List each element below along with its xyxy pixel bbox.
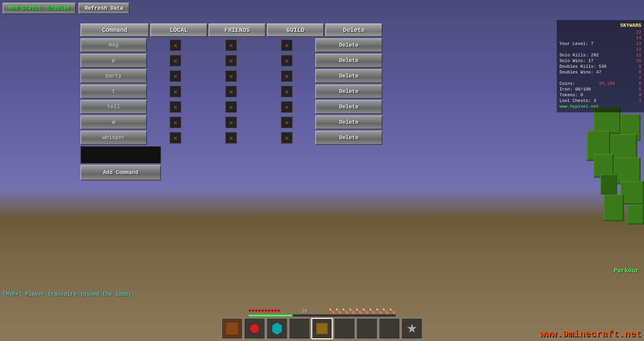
guild-header: GUILD <box>267 23 324 37</box>
t-friends-cell: ✕ <box>204 86 258 98</box>
t-local-cell: ✕ <box>148 86 203 98</box>
p-guild-checkbox[interactable]: ✕ <box>281 55 293 67</box>
cmd-party-label: party <box>80 69 147 83</box>
p-local-cell: ✕ <box>148 55 203 67</box>
terrain <box>0 187 644 341</box>
tell-local-cell: ✕ <box>148 101 203 113</box>
table-row: whisper ✕ ✕ ✕ Delete <box>80 131 382 145</box>
table-row: w ✕ ✕ ✕ Delete <box>80 115 382 129</box>
top-bar: Mod Status: Enabled Refresh Data <box>3 3 129 14</box>
msg-guild-cell: ✕ <box>260 39 314 51</box>
cmd-w-label: w <box>80 115 147 129</box>
tell-friends-checkbox[interactable]: ✕ <box>225 101 237 113</box>
cmd-tell-label: tell <box>80 100 147 114</box>
w-friends-checkbox[interactable]: ✕ <box>225 116 237 128</box>
p-delete-button[interactable]: Delete <box>315 54 382 68</box>
msg-local-checkbox[interactable]: ✕ <box>169 39 181 51</box>
table-row: t ✕ ✕ ✕ Delete <box>80 84 382 99</box>
party-delete-button[interactable]: Delete <box>315 69 382 83</box>
party-guild-checkbox[interactable]: ✕ <box>281 70 293 82</box>
command-panel: Command LOCAL FRIENDS GUILD Delete msg ✕… <box>80 23 382 180</box>
tell-local-checkbox[interactable]: ✕ <box>169 101 181 113</box>
mod-status-button[interactable]: Mod Status: Enabled <box>3 3 76 14</box>
w-guild-cell: ✕ <box>260 116 314 128</box>
p-friends-cell: ✕ <box>204 55 258 67</box>
table-row: party ✕ ✕ ✕ Delete <box>80 69 382 83</box>
table-row: p ✕ ✕ ✕ Delete <box>80 54 382 68</box>
delete-header: Delete <box>325 23 382 37</box>
party-guild-cell: ✕ <box>260 70 314 82</box>
cmd-whisper-label: whisper <box>80 131 147 145</box>
whisper-guild-checkbox[interactable]: ✕ <box>281 132 293 144</box>
whisper-delete-button[interactable]: Delete <box>315 131 382 145</box>
whisper-local-cell: ✕ <box>148 132 203 144</box>
w-local-cell: ✕ <box>148 116 203 128</box>
w-delete-button[interactable]: Delete <box>315 115 382 129</box>
table-header: Command LOCAL FRIENDS GUILD Delete <box>80 23 382 37</box>
tell-delete-button[interactable]: Delete <box>315 100 382 114</box>
tell-guild-cell: ✕ <box>260 101 314 113</box>
w-guild-checkbox[interactable]: ✕ <box>281 116 293 128</box>
cmd-t-label: t <box>80 84 147 99</box>
w-local-checkbox[interactable]: ✕ <box>169 116 181 128</box>
cmd-msg-label: msg <box>80 38 147 52</box>
table-row: msg ✕ ✕ ✕ Delete <box>80 38 382 52</box>
friends-header: FRIENDS <box>209 23 266 37</box>
msg-friends-cell: ✕ <box>204 39 258 51</box>
tell-guild-checkbox[interactable]: ✕ <box>281 101 293 113</box>
whisper-friends-cell: ✕ <box>204 132 258 144</box>
msg-guild-checkbox[interactable]: ✕ <box>281 39 293 51</box>
party-friends-cell: ✕ <box>204 70 258 82</box>
whisper-guild-cell: ✕ <box>260 132 314 144</box>
w-friends-cell: ✕ <box>204 116 258 128</box>
t-delete-button[interactable]: Delete <box>315 84 382 99</box>
whisper-local-checkbox[interactable]: ✕ <box>169 132 181 144</box>
tell-friends-cell: ✕ <box>204 101 258 113</box>
cmd-p-label: p <box>80 54 147 68</box>
msg-delete-button[interactable]: Delete <box>315 38 382 52</box>
local-header: LOCAL <box>150 23 207 37</box>
party-local-cell: ✕ <box>148 70 203 82</box>
add-command-button[interactable]: Add Command <box>80 165 161 180</box>
party-friends-checkbox[interactable]: ✕ <box>225 70 237 82</box>
t-friends-checkbox[interactable]: ✕ <box>225 86 237 98</box>
refresh-data-button[interactable]: Refresh Data <box>78 3 129 14</box>
new-command-input[interactable] <box>80 146 161 164</box>
t-guild-cell: ✕ <box>260 86 314 98</box>
p-friends-checkbox[interactable]: ✕ <box>225 55 237 67</box>
t-local-checkbox[interactable]: ✕ <box>169 86 181 98</box>
command-table: msg ✕ ✕ ✕ Delete p ✕ <box>80 38 382 164</box>
msg-friends-checkbox[interactable]: ✕ <box>225 39 237 51</box>
party-local-checkbox[interactable]: ✕ <box>169 70 181 82</box>
table-row: tell ✕ ✕ ✕ Delete <box>80 100 382 114</box>
p-guild-cell: ✕ <box>260 55 314 67</box>
msg-local-cell: ✕ <box>148 39 203 51</box>
command-header: Command <box>80 23 149 37</box>
whisper-friends-checkbox[interactable]: ✕ <box>225 132 237 144</box>
t-guild-checkbox[interactable]: ✕ <box>281 86 293 98</box>
input-row <box>80 146 382 164</box>
p-local-checkbox[interactable]: ✕ <box>169 55 181 67</box>
